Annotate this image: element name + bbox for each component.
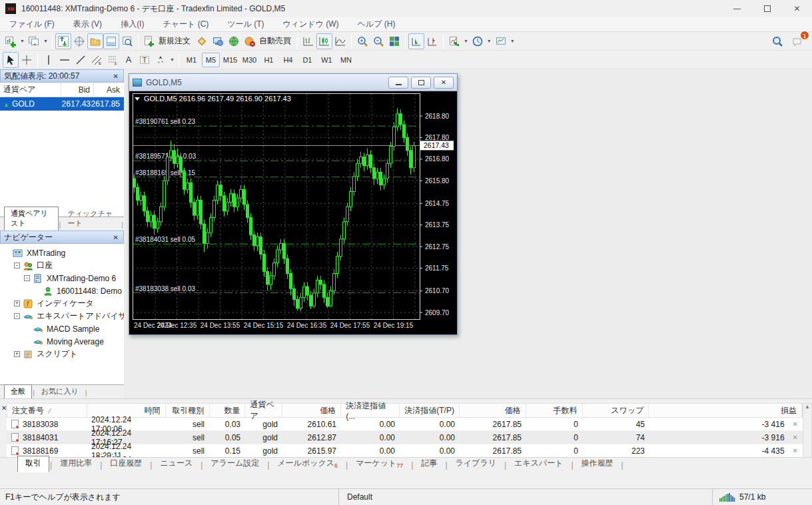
timeframe-h1[interactable]: H1: [260, 53, 278, 67]
column-header-sl[interactable]: 決済逆指値(...: [341, 404, 400, 417]
market-watch-tab-0[interactable]: 通貨ペアリスト: [4, 207, 59, 231]
column-header-order[interactable]: 注文番号∕: [7, 404, 87, 417]
news-button[interactable]: [226, 33, 242, 49]
terminal-tab-3[interactable]: ニュース: [153, 456, 200, 472]
new-chart-dropdown[interactable]: ▼: [19, 39, 26, 43]
periods-button[interactable]: [470, 33, 486, 49]
collapse-icon[interactable]: -: [14, 262, 20, 268]
menu-item-1[interactable]: 表示 (V): [64, 17, 111, 31]
search-icon[interactable]: [769, 33, 785, 49]
terminal-tab-9[interactable]: エキスパート: [507, 456, 570, 472]
timeframe-w1[interactable]: W1: [318, 53, 336, 67]
close-button[interactable]: ✕: [782, 0, 812, 17]
expand-icon[interactable]: +: [14, 300, 20, 306]
navigator-item[interactable]: -口座: [3, 259, 124, 272]
column-header-swap[interactable]: スワップ: [583, 404, 649, 417]
column-header-symbol[interactable]: 通貨ペア: [245, 404, 282, 417]
horizontal-line-tool[interactable]: [57, 52, 73, 68]
notifications-icon[interactable]: 1: [789, 33, 805, 49]
data-window-button[interactable]: [71, 33, 87, 49]
menu-item-2[interactable]: 挿入(I): [111, 17, 153, 31]
navigator-item[interactable]: Moving Average: [3, 335, 124, 348]
strategy-tester-button[interactable]: [119, 33, 135, 49]
navigator-tab-1[interactable]: お気に入り: [35, 385, 85, 398]
indicators-dropdown[interactable]: ▼: [462, 39, 470, 43]
templates-button[interactable]: [493, 33, 509, 49]
menu-item-0[interactable]: ファイル (F): [0, 17, 64, 31]
virtual-hosting-button[interactable]: [210, 33, 226, 49]
metaeditor-button[interactable]: [194, 33, 210, 49]
terminal-tab-7[interactable]: 記事: [414, 456, 444, 472]
navigator-item[interactable]: -エキスパートアドバイザ: [3, 310, 124, 322]
trendline-tool[interactable]: [73, 52, 89, 68]
column-header-tp[interactable]: 決済指値(T/P): [400, 404, 460, 417]
templates-dropdown[interactable]: ▼: [509, 39, 516, 43]
profiles-dropdown[interactable]: ▼: [42, 39, 49, 43]
terminal-button[interactable]: [103, 33, 119, 49]
terminal-tab-8[interactable]: ライブラリ: [448, 456, 504, 472]
terminal-tab-2[interactable]: 口座履歴: [103, 456, 149, 472]
navigator-item[interactable]: 160011448: Demo: [3, 284, 124, 297]
timeframe-m30[interactable]: M30: [240, 53, 258, 67]
sort-ascending-icon[interactable]: ∕: [49, 407, 51, 414]
market-watch-header[interactable]: 気配値表示: 20:00:57 ✕: [0, 69, 124, 83]
market-watch-close-icon[interactable]: ✕: [112, 73, 120, 80]
periods-dropdown[interactable]: ▼: [486, 39, 493, 43]
bar-chart-button[interactable]: [300, 33, 316, 49]
terminal-tab-6[interactable]: マーケット77: [348, 456, 410, 472]
navigator-tab-0[interactable]: 全般: [4, 384, 32, 399]
price-chart[interactable]: #38190761 sell 0.23#38189571 buy 0.03#38…: [129, 91, 454, 334]
autotrading-button[interactable]: [242, 33, 258, 49]
navigator-header[interactable]: ナビゲーター ✕: [0, 231, 124, 244]
terminal-tab-10[interactable]: 操作履歴: [574, 456, 621, 472]
terminal-tab-1[interactable]: 運用比率: [53, 456, 99, 472]
new-chart-button[interactable]: [3, 33, 19, 49]
chart-window-titlebar[interactable]: GOLD,M5 ✕: [129, 74, 457, 91]
market-watch-tab-1[interactable]: ティックチャート: [61, 207, 121, 231]
timeframe-m5[interactable]: M5: [202, 53, 220, 67]
arrows-dropdown[interactable]: ▼: [169, 57, 176, 62]
text-tool[interactable]: A: [121, 52, 137, 68]
auto-scroll-button[interactable]: [408, 33, 424, 49]
menu-item-5[interactable]: ウィンドウ (W): [274, 17, 348, 31]
chart-shift-button[interactable]: [424, 33, 440, 49]
collapse-icon[interactable]: -: [24, 275, 30, 281]
cursor-tool-button[interactable]: [3, 52, 19, 68]
column-header-commission[interactable]: 手数料: [526, 404, 583, 417]
menu-item-6[interactable]: ヘルプ (H): [348, 17, 405, 31]
fibonacci-tool[interactable]: F: [105, 52, 121, 68]
terminal-tab-4[interactable]: アラーム設定: [203, 456, 266, 472]
equidistant-channel-tool[interactable]: E: [89, 52, 105, 68]
chart-minimize-button[interactable]: [388, 77, 408, 89]
navigator-item[interactable]: MACD Sample: [3, 322, 124, 335]
menu-item-4[interactable]: ツール (T): [218, 17, 273, 31]
chart-restore-button[interactable]: [411, 77, 431, 89]
vertical-line-tool[interactable]: [41, 52, 57, 68]
close-order-icon[interactable]: ✕: [793, 447, 798, 454]
text-label-tool[interactable]: T: [137, 52, 153, 68]
navigator-close-icon[interactable]: ✕: [112, 234, 120, 241]
autotrading-label[interactable]: 自動売買: [258, 35, 294, 47]
column-header-profit[interactable]: 損益: [649, 404, 802, 417]
close-order-icon[interactable]: ✕: [793, 434, 798, 441]
column-header-volume[interactable]: 数量: [210, 404, 246, 417]
navigator-item[interactable]: +fインディケータ: [3, 297, 124, 310]
navigator-item[interactable]: +スクリプト: [3, 348, 124, 360]
collapse-icon[interactable]: -: [14, 313, 20, 319]
crosshair-tool-button[interactable]: [19, 52, 35, 68]
menu-item-3[interactable]: チャート (C): [153, 17, 218, 31]
expand-icon[interactable]: +: [14, 351, 20, 357]
column-header-price[interactable]: 価格: [282, 404, 341, 417]
navigator-item[interactable]: XMTrading: [3, 247, 124, 259]
status-profile[interactable]: Default: [338, 489, 712, 505]
close-order-icon[interactable]: ✕: [793, 420, 798, 428]
line-chart-button[interactable]: [332, 33, 348, 49]
navigator-button[interactable]: [87, 33, 103, 49]
new-order-label[interactable]: 新規注文: [157, 35, 194, 47]
timeframe-m15[interactable]: M15: [221, 53, 239, 67]
tile-windows-button[interactable]: [386, 33, 402, 49]
column-header-type[interactable]: 取引種別: [166, 404, 210, 417]
zoom-in-button[interactable]: [354, 33, 370, 49]
terminal-tab-5[interactable]: メールボックス6: [270, 456, 345, 472]
timeframe-m1[interactable]: M1: [183, 53, 201, 67]
